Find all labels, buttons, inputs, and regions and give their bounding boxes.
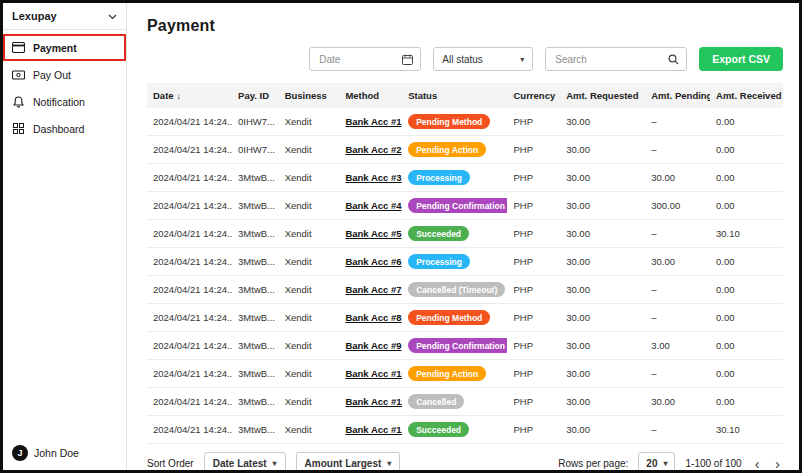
org-switcher[interactable]: Lexupay: [3, 3, 126, 30]
amt-received-cell: 0.00: [710, 360, 783, 388]
business-cell: Xendit: [279, 192, 340, 220]
amt-received-cell: 30.10: [710, 220, 783, 248]
credit-card-icon: [12, 41, 25, 54]
pay-id-cell: 3MtwB...: [232, 248, 279, 276]
method-link[interactable]: Bank Acc #5: [345, 228, 401, 239]
table-row: 2024/04/21 14:24...3MtwB...XenditBank Ac…: [147, 332, 783, 360]
method-link[interactable]: Bank Acc #2: [345, 144, 401, 155]
status-filter-value: All status: [442, 54, 483, 65]
status-cell: Cancelled: [402, 388, 507, 416]
business-cell: Xendit: [279, 220, 340, 248]
org-name: Lexupay: [12, 10, 57, 22]
date-cell: 2024/04/21 14:24...: [147, 360, 232, 388]
status-cell: Pending Method: [402, 108, 507, 136]
avatar: J: [12, 445, 28, 461]
next-page-button[interactable]: ›: [772, 457, 783, 471]
method-link[interactable]: Bank Acc #11: [345, 396, 402, 407]
search-icon[interactable]: [668, 54, 679, 65]
amt-requested-cell: 30.00: [560, 164, 645, 192]
export-csv-button[interactable]: Export CSV: [699, 47, 783, 71]
sidebar-nav: Payment Pay Out Notification Dashboard: [3, 30, 126, 142]
amt-received-cell: 0.00: [710, 248, 783, 276]
search-filter[interactable]: [545, 47, 687, 71]
sidebar-item-pay-out[interactable]: Pay Out: [3, 61, 126, 88]
currency-cell: PHP: [507, 108, 560, 136]
method-link[interactable]: Bank Acc #9: [345, 340, 401, 351]
business-cell: Xendit: [279, 360, 340, 388]
amt-received-cell: 0.00: [710, 388, 783, 416]
search-input[interactable]: [553, 53, 662, 66]
method-link[interactable]: Bank Acc #1: [345, 116, 401, 127]
sidebar-item-notification[interactable]: Notification: [3, 88, 126, 115]
status-badge: Pending Method: [408, 114, 490, 129]
sidebar-item-label: Pay Out: [33, 69, 71, 81]
column-header-date[interactable]: Date↓: [147, 83, 232, 108]
column-header-amt-requested: Amt. Requested: [560, 83, 645, 108]
method-link[interactable]: Bank Acc #7: [345, 284, 401, 295]
pay-id-cell: 3MtwB...: [232, 164, 279, 192]
pay-id-cell: 0IHW7...: [232, 108, 279, 136]
method-link[interactable]: Bank Acc #6: [345, 256, 401, 267]
column-header-method: Method: [339, 83, 402, 108]
method-cell: Bank Acc #6: [339, 248, 402, 276]
user-profile[interactable]: J John Doe: [3, 436, 126, 470]
status-badge: Pending Action: [408, 366, 486, 381]
method-link[interactable]: Bank Acc #4: [345, 200, 401, 211]
amt-pending-cell: –: [645, 136, 710, 164]
page-title: Payment: [147, 17, 783, 35]
status-cell: Pending Confirmation: [402, 192, 507, 220]
method-link[interactable]: Bank Acc #3: [345, 172, 401, 183]
amt-requested-cell: 30.00: [560, 136, 645, 164]
method-cell: Bank Acc #3: [339, 164, 402, 192]
table-row: 2024/04/21 14:24...3MtwB...XenditBank Ac…: [147, 304, 783, 332]
currency-cell: PHP: [507, 360, 560, 388]
bell-icon: [12, 95, 25, 108]
sort-date-select[interactable]: Date Latest ▾: [204, 452, 286, 473]
previous-page-button[interactable]: ‹: [752, 457, 763, 471]
column-header-pay-id: Pay. ID: [232, 83, 279, 108]
pay-id-cell: 3MtwB...: [232, 192, 279, 220]
method-link[interactable]: Bank Acc #12: [345, 424, 402, 435]
pagination-range: 1-100 of 100: [685, 458, 741, 469]
date-filter[interactable]: [309, 47, 421, 71]
method-cell: Bank Acc #1: [339, 108, 402, 136]
currency-cell: PHP: [507, 416, 560, 444]
currency-cell: PHP: [507, 136, 560, 164]
table-row: 2024/04/21 14:24...3MtwB...XenditBank Ac…: [147, 276, 783, 304]
sidebar-item-label: Payment: [33, 42, 77, 54]
pay-id-cell: 3MtwB...: [232, 220, 279, 248]
rows-per-page-label: Rows per page:: [558, 458, 628, 469]
status-cell: Processing: [402, 164, 507, 192]
pay-id-cell: 3MtwB...: [232, 416, 279, 444]
status-cell: Processing: [402, 248, 507, 276]
method-cell: Bank Acc #10: [339, 360, 402, 388]
amt-pending-cell: 3.00: [645, 332, 710, 360]
business-cell: Xendit: [279, 276, 340, 304]
status-filter-select[interactable]: All status ▾: [433, 47, 533, 71]
rows-per-page-select[interactable]: 20 ▾: [638, 452, 675, 473]
currency-cell: PHP: [507, 192, 560, 220]
currency-cell: PHP: [507, 248, 560, 276]
sidebar-item-dashboard[interactable]: Dashboard: [3, 115, 126, 142]
business-cell: Xendit: [279, 388, 340, 416]
business-cell: Xendit: [279, 108, 340, 136]
sort-amount-select[interactable]: Amount Largest ▾: [296, 452, 401, 473]
amt-received-cell: 0.00: [710, 332, 783, 360]
method-cell: Bank Acc #12: [339, 416, 402, 444]
status-badge: Pending Action: [408, 142, 486, 157]
date-cell: 2024/04/21 14:24...: [147, 276, 232, 304]
amt-requested-cell: 30.00: [560, 360, 645, 388]
status-cell: Pending Method: [402, 304, 507, 332]
caret-down-icon: ▾: [520, 55, 524, 64]
date-input[interactable]: [317, 53, 396, 66]
method-link[interactable]: Bank Acc #10: [345, 368, 402, 379]
sidebar-item-payment[interactable]: Payment: [3, 34, 126, 61]
calendar-icon[interactable]: [402, 54, 413, 65]
date-cell: 2024/04/21 14:24...: [147, 108, 232, 136]
status-badge: Processing: [408, 254, 470, 269]
method-link[interactable]: Bank Acc #8: [345, 312, 401, 323]
date-cell: 2024/04/21 14:24...: [147, 136, 232, 164]
amt-pending-cell: –: [645, 416, 710, 444]
amt-pending-cell: 30.00: [645, 388, 710, 416]
status-cell: Cancelled (Timeout): [402, 276, 507, 304]
